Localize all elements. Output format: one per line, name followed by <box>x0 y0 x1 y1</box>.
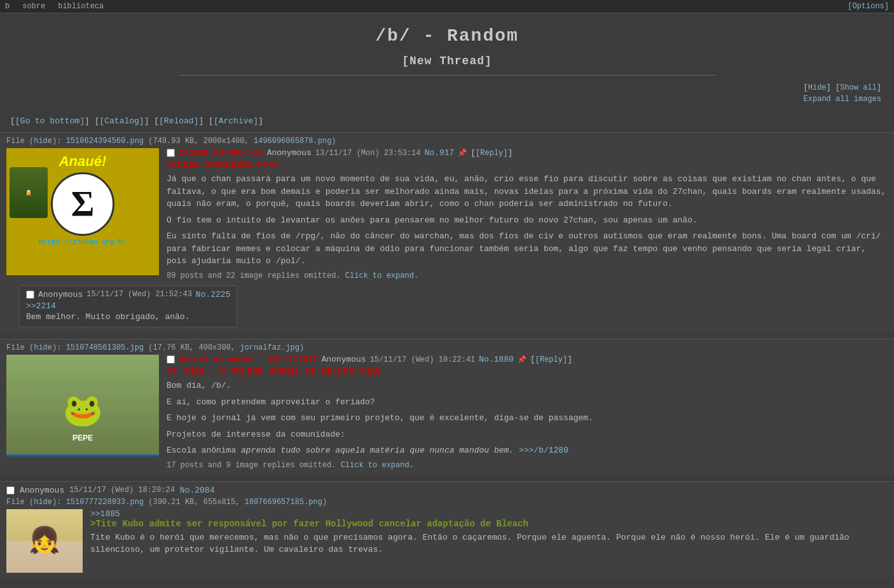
thread2-escola-link[interactable]: >>>/b/1280 <box>519 446 568 455</box>
sigma-circle: Σ <box>51 172 114 236</box>
thread1-content: Anaué! 🧝 Σ https://27chan.org/b/ 27CHAN … <box>6 148 888 280</box>
thread2-body-p2: E aí, como pretendem aproveitar o feriad… <box>167 396 888 409</box>
thread1-checkbox[interactable] <box>167 149 175 157</box>
thread2-text: Jornal da manhã - 15/11/2017 Anonymous 1… <box>167 355 888 470</box>
reply1-body: Bem melhor. Muito obrigado, anão. <box>26 311 230 324</box>
thread1-omitted: 89 posts and 22 image replies omitted. C… <box>167 271 888 280</box>
nav-link-b[interactable]: b <box>5 2 10 11</box>
thread3-ref: >>1885 <box>90 509 888 519</box>
file-label-1: File <box>6 137 25 146</box>
thread3-subject-line: >Tite Kubo admite ser responsável por fa… <box>90 519 888 529</box>
reply1-checkbox[interactable] <box>26 291 34 299</box>
thread2-body-p1: Bom dia, /b/. <box>167 379 888 392</box>
nav-link-biblioteca[interactable]: biblioteca <box>58 2 104 11</box>
anauè-url: https://27chan.org/b/ <box>39 238 127 246</box>
new-thread-button[interactable]: [New Thread] <box>402 55 492 67</box>
thread1-body: Já que o chan passará para um novo momen… <box>167 173 888 268</box>
thread3-checkbox[interactable] <box>6 486 15 495</box>
pin-icon-2: 📌 <box>518 355 526 364</box>
thread1-subject-line: 27CHAN DISCUSSÃO FIO!! <box>167 160 888 170</box>
filename2-link-2[interactable]: jornalfaz.jpg <box>240 343 299 352</box>
thread2-post-header: Jornal da manhã - 15/11/2017 Anonymous 1… <box>167 355 888 364</box>
filesize-3: 390.21 KB, 655x815, <box>153 498 240 507</box>
nav-link-sobre[interactable]: sobre <box>22 2 45 11</box>
thread2-reply: [[Reply]] <box>530 355 572 364</box>
filename-link-1[interactable]: 15106243945­60.png <box>66 137 144 146</box>
hide-link-2[interactable]: hide <box>34 343 52 352</box>
thread3-no: No.2084 <box>180 486 215 495</box>
thread2-omitted: 17 posts and 9 image replies omitted. Cl… <box>167 461 888 470</box>
filename2-link-1[interactable]: 14960960658­78.png <box>254 137 331 146</box>
thread3-text: >>1885 >Tite Kubo admite ser responsável… <box>90 509 888 556</box>
reload-link[interactable]: [Reload] <box>159 116 198 126</box>
thread1-click-expand[interactable]: Click to expand. <box>345 271 418 280</box>
filesize-2: 17.76 KB, 400x300, <box>153 343 235 352</box>
thread1-post-header: 27CHAN FUTURO FIO Anonymous 13/11/17 (Mo… <box>167 148 888 158</box>
thread3-header-row: Anonymous 15/11/17 (Wed) 18:20:24 No.208… <box>6 486 888 495</box>
file-label-3: File <box>6 498 25 507</box>
thread1-subject: 27CHAN FUTURO FIO <box>179 148 263 158</box>
anauè-text: Anaué! <box>59 148 107 170</box>
thread3-image: 👧 <box>6 509 83 573</box>
thread2-body-p5: Escola anônima aprenda tudo sobre aquela… <box>167 444 888 457</box>
go-to-bottom-link[interactable]: [Go to bottom] <box>15 116 85 126</box>
reply1-no: No.2225 <box>196 290 231 299</box>
thread1-body-p2: O fio tem o intuito de levantar os anões… <box>167 214 888 227</box>
board-divider <box>179 75 715 76</box>
thread2-reply-link[interactable]: [Reply] <box>535 355 567 364</box>
reply1-header: Anonymous 15/11/17 (Wed) 21:52:43 No.222… <box>26 290 230 299</box>
board-header: /b/ - Random [New Thread] [Hide] [Show a… <box>0 13 894 114</box>
thread2-body-p3: E hoje o jornal já vem com seu primeiro … <box>167 412 888 425</box>
thread2-subject-line: 27 CHAN - O MELHOR JORNAL DO MELHOR CHAN… <box>167 367 888 377</box>
thread1-image: Anaué! 🧝 Σ https://27chan.org/b/ <box>6 148 159 275</box>
archive-link[interactable]: [Archive] <box>214 116 258 126</box>
thread2-body: Bom dia, /b/. E aí, como pretendem aprov… <box>167 379 888 457</box>
thread3-body: Tite Kubo é o herói que merecemos, mas n… <box>90 531 888 556</box>
filename-link-2[interactable]: 1510748561305.jpg <box>66 343 144 352</box>
char-left: 🧝 <box>10 167 48 218</box>
filename2-link-3[interactable]: 1807669657185.png <box>245 498 322 507</box>
reply1-date: 15/11/17 (Wed) 21:52:43 <box>86 290 192 299</box>
reply1-name: Anonymous <box>38 290 83 299</box>
hide-link-1[interactable]: hide <box>34 137 52 146</box>
top-nav-links: b sobre biblioteca <box>5 2 104 11</box>
catalog-link[interactable]: [Catalog] <box>99 116 144 126</box>
hide-link[interactable]: Hide <box>808 83 827 92</box>
expand-all-images-link[interactable]: Expand all images <box>0 95 894 104</box>
reply1-ref-link[interactable]: >>2214 <box>26 301 56 311</box>
filesize-1: 749.93 KB, 2000x1400, <box>153 137 249 146</box>
thread2-date: 15/11/17 (Wed) 10:22:41 <box>370 355 476 364</box>
thread1-no: No.917 <box>424 148 454 158</box>
thread2-file-info: File (hide): 1510748561305.jpg (17.76 KB… <box>6 343 888 352</box>
thread3-name: Anonymous <box>20 486 64 495</box>
thread1-no-link[interactable]: No.917 <box>424 148 454 158</box>
thread2-click-expand[interactable]: Click to expand. <box>341 461 414 470</box>
options-link[interactable]: [Options] <box>848 2 889 11</box>
thread2-escola: Escola anônima <box>167 446 236 455</box>
top-navigation: b sobre biblioteca [Options] <box>0 0 894 13</box>
filename-link-3[interactable]: 1510777228933.png <box>66 498 144 507</box>
showall-link[interactable]: Show all <box>840 83 877 92</box>
reply1-no-link[interactable]: No.2225 <box>196 290 231 299</box>
thread3-ref-link[interactable]: >>1885 <box>90 509 120 519</box>
thread3-date: 15/11/17 (Wed) 18:20:24 <box>69 486 175 495</box>
thread1-omitted-text: 89 posts and 22 image replies omitted. <box>167 271 341 280</box>
thread2-no-link[interactable]: No.1880 <box>479 355 514 364</box>
reply1-block: Anonymous 15/11/17 (Wed) 21:52:43 No.222… <box>19 285 237 328</box>
hide-link-3[interactable]: hide <box>34 498 52 507</box>
file-label-2: File <box>6 343 25 352</box>
thread-3: Anonymous 15/11/17 (Wed) 18:20:24 No.208… <box>0 481 894 578</box>
thread1-date: 13/11/17 (Mon) 23:53:14 <box>315 149 421 158</box>
thread3-no-link[interactable]: No.2084 <box>180 486 215 495</box>
thread2-content: 🐸 PEPE 9 ABSOLUTELY SADDENING Jornal da … <box>6 355 888 470</box>
thread1-reply-link[interactable]: [Reply] <box>476 149 507 158</box>
thread2-checkbox[interactable] <box>167 355 175 364</box>
thread1-body-p1: Já que o chan passará para um novo momen… <box>167 173 888 210</box>
thread2-no: No.1880 <box>479 355 514 364</box>
board-title: /b/ - Random <box>0 26 894 46</box>
pin-icon-1: 📌 <box>458 149 467 157</box>
thread1-name: Anonymous <box>267 148 312 158</box>
thread-1: File (hide): 15106243945­60.png (749.93 … <box>0 132 894 332</box>
thread3-content: 👧 >>1885 >Tite Kubo admite ser responsáv… <box>6 509 888 573</box>
sigma-symbol: Σ <box>71 184 95 224</box>
